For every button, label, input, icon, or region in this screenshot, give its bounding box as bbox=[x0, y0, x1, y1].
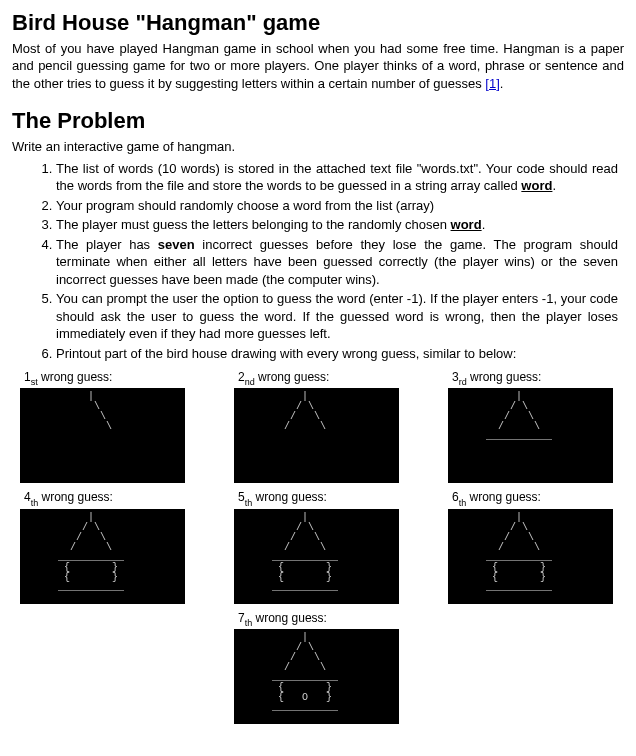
console-output: | / \ / \ / \ ___________ bbox=[448, 388, 613, 483]
figure-3: 3rd wrong guess: | / \ / \ / \ _________… bbox=[448, 369, 616, 484]
intro-text: Most of you have played Hangman game in … bbox=[12, 41, 624, 91]
figure-label: 6th wrong guess: bbox=[448, 489, 616, 508]
figure-label: 7th wrong guess: bbox=[234, 610, 402, 629]
figure-5: 5th wrong guess: | / \ / \ / \ _________… bbox=[234, 489, 402, 604]
list-item: The player must guess the letters belong… bbox=[56, 216, 624, 234]
figure-label: 5th wrong guess: bbox=[234, 489, 402, 508]
keyword-word: word bbox=[521, 178, 552, 193]
item-text: . bbox=[482, 217, 486, 232]
figure-label: 2nd wrong guess: bbox=[234, 369, 402, 388]
list-item: The list of words (10 words) is stored i… bbox=[56, 160, 624, 195]
console-output: | / \ / \ / \ ___________ { } { } ______… bbox=[20, 509, 185, 604]
list-item: You can prompt the user the option to gu… bbox=[56, 290, 624, 343]
keyword-seven: seven bbox=[158, 237, 195, 252]
keyword-word: word bbox=[451, 217, 482, 232]
console-output: | / \ / \ / \ bbox=[234, 388, 399, 483]
console-output: | / \ / \ / \ ___________ { } { } ______… bbox=[234, 509, 399, 604]
figure-label: 4th wrong guess: bbox=[20, 489, 188, 508]
problem-subline: Write an interactive game of hangman. bbox=[12, 138, 624, 156]
figure-7: 7th wrong guess: | / \ / \ / \ _________… bbox=[234, 610, 402, 725]
item-text: . bbox=[552, 178, 556, 193]
figure-4: 4th wrong guess: | / \ / \ / \ _________… bbox=[20, 489, 188, 604]
figure-2: 2nd wrong guess: | / \ / \ / \ bbox=[234, 369, 402, 484]
item-text: You can prompt the user the option to gu… bbox=[56, 291, 618, 341]
problem-heading: The Problem bbox=[12, 106, 624, 136]
item-text: Printout part of the bird house drawing … bbox=[56, 346, 516, 361]
item-text: The player has bbox=[56, 237, 158, 252]
console-output: | / \ / \ / \ ___________ { } { O } ____… bbox=[234, 629, 399, 724]
list-item: Your program should randomly choose a wo… bbox=[56, 197, 624, 215]
list-item: Printout part of the bird house drawing … bbox=[56, 345, 624, 363]
figure-label: 3rd wrong guess: bbox=[448, 369, 616, 388]
figure-label: 1st wrong guess: bbox=[20, 369, 188, 388]
figures-grid: 1st wrong guess: | \ \ \ 2nd wrong guess… bbox=[12, 369, 624, 731]
console-output: | / \ / \ / \ ___________ { } { } ______… bbox=[448, 509, 613, 604]
page-title: Bird House "Hangman" game bbox=[12, 8, 624, 38]
list-item: The player has seven incorrect guesses b… bbox=[56, 236, 624, 289]
requirements-list: The list of words (10 words) is stored i… bbox=[12, 160, 624, 363]
intro-paragraph: Most of you have played Hangman game in … bbox=[12, 40, 624, 93]
item-text: The player must guess the letters belong… bbox=[56, 217, 451, 232]
reference-link[interactable]: [1] bbox=[485, 76, 499, 91]
item-text: Your program should randomly choose a wo… bbox=[56, 198, 434, 213]
figure-6: 6th wrong guess: | / \ / \ / \ _________… bbox=[448, 489, 616, 604]
console-output: | \ \ \ bbox=[20, 388, 185, 483]
figure-1: 1st wrong guess: | \ \ \ bbox=[20, 369, 188, 484]
